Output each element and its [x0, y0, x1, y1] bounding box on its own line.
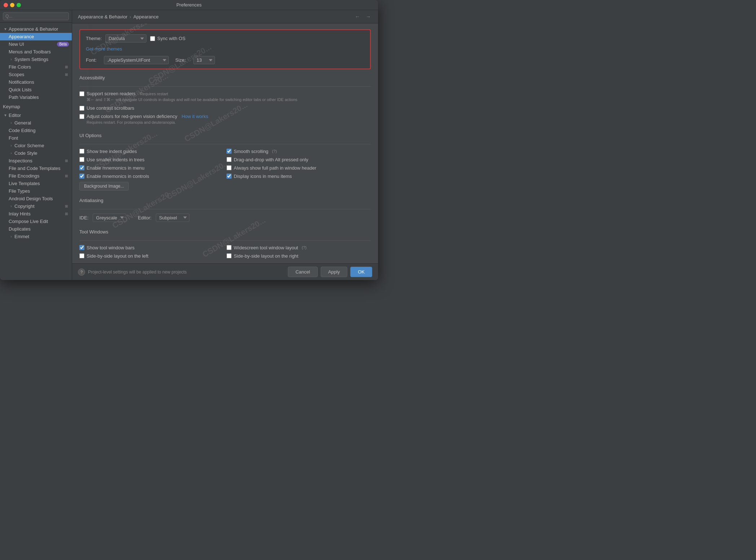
editor-antialiasing-select[interactable]: Subpixel Greyscale None — [156, 214, 189, 222]
apply-button[interactable]: Apply — [321, 267, 348, 277]
status-text: Project-level settings will be applied t… — [88, 270, 186, 275]
theme-select[interactable]: Darcula IntelliJ Light High Contrast — [105, 34, 146, 43]
size-select[interactable]: 13 101112 14161820 — [193, 56, 215, 64]
cancel-button[interactable]: Cancel — [288, 267, 317, 277]
sidebar-item-path-variables[interactable]: Path Variables — [0, 93, 72, 101]
widescreen-layout-label[interactable]: Widescreen tool window layout — [234, 245, 298, 250]
full-path-label[interactable]: Always show full path in window header — [234, 165, 316, 171]
side-by-side-left-checkbox[interactable] — [79, 253, 84, 258]
drag-drop-label[interactable]: Drag-and-drop with Alt pressed only — [234, 157, 308, 162]
widescreen-layout-checkbox[interactable] — [227, 245, 232, 250]
right-header: Appearance & Behavior › Appearance ← → — [72, 10, 378, 23]
sidebar-item-file-colors[interactable]: File Colors ⊞ — [0, 63, 72, 71]
sidebar-item-copyright[interactable]: › Copyright ⊞ — [0, 202, 72, 210]
settings-icon: ⊞ — [64, 65, 69, 70]
sidebar-item-menus-toolbars[interactable]: Menus and Toolbars — [0, 48, 72, 56]
mnemonics-menu-checkbox[interactable] — [79, 165, 84, 170]
smooth-scrolling-checkbox[interactable] — [227, 149, 232, 154]
sidebar-item-appearance-behavior[interactable]: ▼ Appearance & Behavior — [0, 24, 72, 33]
ide-antialiasing-select[interactable]: Greyscale Subpixel None — [93, 214, 126, 222]
sidebar-item-file-types[interactable]: File Types — [0, 187, 72, 195]
sidebar-item-file-code-templates[interactable]: File and Code Templates — [0, 165, 72, 172]
screen-readers-row: Support screen readers Requires restart … — [79, 91, 371, 102]
mnemonics-controls-checkbox[interactable] — [79, 174, 84, 179]
side-by-side-left-label[interactable]: Side-by-side layout on the left — [87, 253, 148, 259]
sidebar-item-compose-live-edit[interactable]: Compose Live Edit — [0, 218, 72, 225]
traffic-lights[interactable] — [4, 3, 21, 7]
get-more-themes-link[interactable]: Get more themes — [86, 46, 122, 52]
screen-readers-sub: ⌘← and ⇧⌘← will navigate UI controls in … — [87, 97, 297, 102]
sync-with-os-checkbox[interactable] — [150, 36, 155, 41]
sidebar-item-code-editing[interactable]: Code Editing — [0, 127, 72, 134]
sidebar-item-file-encodings[interactable]: File Encodings ⊞ — [0, 172, 72, 180]
tree-indent-checkbox[interactable] — [79, 149, 84, 154]
sync-with-os-label[interactable]: Sync with OS — [157, 36, 185, 41]
help-button[interactable]: ? — [78, 268, 85, 276]
smooth-scrolling-label[interactable]: Smooth scrolling — [234, 149, 268, 154]
full-path-checkbox[interactable] — [227, 165, 232, 170]
title-bar: Preferences — [0, 0, 378, 10]
font-select[interactable]: .AppleSystemUIFont — [104, 56, 169, 64]
side-by-side-right-label[interactable]: Side-by-side layout on the right — [234, 253, 298, 259]
show-tool-window-bars-label[interactable]: Show tool window bars — [87, 245, 135, 250]
sidebar-item-emmet[interactable]: › Emmet — [0, 233, 72, 240]
breadcrumb-current: Appearance — [133, 14, 159, 19]
nav-forward-button[interactable]: → — [364, 13, 372, 20]
sidebar-item-label: General — [14, 120, 69, 126]
sidebar-item-android-design-tools[interactable]: Android Design Tools — [0, 195, 72, 202]
sidebar-item-label: Duplicates — [9, 226, 69, 232]
sidebar-item-label: Code Editing — [9, 128, 69, 133]
sidebar: ▼ Appearance & Behavior Appearance New U… — [0, 10, 72, 280]
close-button[interactable] — [4, 3, 8, 7]
chevron-right-icon: › — [9, 121, 14, 126]
sidebar-item-live-templates[interactable]: Live Templates — [0, 180, 72, 187]
adjust-colors-checkbox[interactable] — [79, 114, 84, 119]
drag-drop-checkbox[interactable] — [227, 157, 232, 162]
display-icons-checkbox[interactable] — [227, 174, 232, 179]
sidebar-item-notifications[interactable]: Notifications — [0, 78, 72, 86]
display-icons-label[interactable]: Display icons in menu items — [234, 174, 292, 179]
how-it-works-link[interactable]: How it works — [181, 114, 208, 119]
sidebar-item-scopes[interactable]: Scopes ⊞ — [0, 71, 72, 78]
screen-readers-checkbox[interactable] — [79, 91, 84, 96]
sidebar-item-color-scheme[interactable]: › Color Scheme — [0, 142, 72, 149]
contrast-scrollbars-checkbox[interactable] — [79, 106, 84, 111]
smaller-indents-checkbox[interactable] — [79, 157, 84, 162]
sidebar-item-duplicates[interactable]: Duplicates — [0, 225, 72, 233]
settings-icon: ⊞ — [64, 204, 69, 209]
side-by-side-right-checkbox[interactable] — [227, 253, 232, 258]
sidebar-item-font[interactable]: Font — [0, 134, 72, 142]
sidebar-item-general[interactable]: › General — [0, 119, 72, 127]
smooth-scrolling-help-icon[interactable]: (?) — [272, 149, 277, 153]
sidebar-item-new-ui[interactable]: New UI Beta — [0, 40, 72, 48]
tree-indent-label[interactable]: Show tree indent guides — [87, 149, 137, 154]
nav-back-button[interactable]: ← — [353, 13, 361, 20]
adjust-colors-label[interactable]: Adjust colors for red-green vision defic… — [87, 114, 177, 119]
show-tree-indent-item: Show tree indent guides — [79, 149, 224, 154]
widescreen-help-icon[interactable]: (?) — [302, 245, 306, 250]
drag-drop-item: Drag-and-drop with Alt pressed only — [227, 157, 371, 162]
mnemonics-menu-label[interactable]: Enable mnemonics in menu — [87, 165, 144, 171]
sidebar-item-keymap[interactable]: Keymap — [0, 101, 72, 110]
sidebar-item-editor-header[interactable]: ▼ Editor — [0, 110, 72, 119]
maximize-button[interactable] — [17, 3, 21, 7]
smaller-indents-label[interactable]: Use smaller indents in trees — [87, 157, 144, 162]
background-image-button[interactable]: Background Image... — [79, 182, 129, 191]
mnemonics-controls-label[interactable]: Enable mnemonics in controls — [87, 174, 149, 179]
sidebar-item-code-style[interactable]: › Code Style — [0, 149, 72, 157]
search-input[interactable] — [3, 12, 69, 20]
editor-antialiasing-label: Editor: — [138, 215, 151, 220]
show-tool-window-bars-checkbox[interactable] — [79, 245, 84, 250]
contrast-scrollbars-label[interactable]: Use contrast scrollbars — [87, 105, 134, 111]
sidebar-item-label: Code Style — [14, 150, 69, 156]
screen-readers-label[interactable]: Support screen readers — [87, 91, 136, 96]
sidebar-item-appearance[interactable]: Appearance — [0, 33, 72, 40]
minimize-button[interactable] — [10, 3, 14, 7]
ide-antialiasing-label: IDE: — [79, 215, 88, 220]
sidebar-item-system-settings[interactable]: › System Settings — [0, 56, 72, 63]
ok-button[interactable]: OK — [350, 267, 372, 277]
sidebar-item-inspections[interactable]: Inspections ⊞ — [0, 157, 72, 165]
ui-options-row2: Use smaller indents in trees Drag-and-dr… — [79, 157, 371, 162]
sidebar-item-quick-lists[interactable]: Quick Lists — [0, 86, 72, 93]
sidebar-item-inlay-hints[interactable]: Inlay Hints ⊞ — [0, 210, 72, 218]
